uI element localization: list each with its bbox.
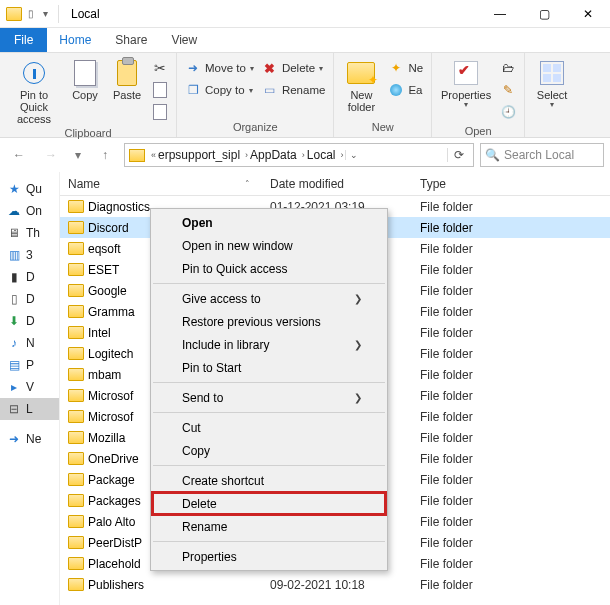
menu-item[interactable]: Give access to❯	[152, 287, 386, 310]
file-type: File folder	[420, 536, 610, 550]
new-item-icon	[388, 60, 404, 76]
pin-to-quick-access-button[interactable]: Pin to Quick access	[6, 55, 62, 125]
chevron-right-icon[interactable]: ›	[243, 150, 250, 160]
sidebar-item[interactable]: ♪N	[0, 332, 59, 354]
qat-dropdown-icon[interactable]: ▾	[40, 9, 50, 19]
file-type: File folder	[420, 578, 610, 592]
folder-icon	[68, 578, 84, 591]
folder-icon	[68, 200, 84, 213]
edit-button[interactable]	[498, 79, 518, 101]
select-button[interactable]: Select ▾	[531, 55, 573, 110]
menu-item[interactable]: Pin to Quick access	[152, 257, 386, 280]
menu-item[interactable]: Open in new window	[152, 234, 386, 257]
sidebar-item[interactable]: ▥3	[0, 244, 59, 266]
delete-button[interactable]: Delete▾	[260, 57, 327, 79]
menu-item[interactable]: Delete	[152, 492, 386, 515]
sidebar-item-label: Qu	[26, 182, 42, 196]
menu-item[interactable]: Open	[152, 211, 386, 234]
maximize-button[interactable]: ▢	[522, 0, 566, 28]
table-row[interactable]: Publishers09-02-2021 10:18File folder	[60, 574, 610, 595]
file-name: Logitech	[88, 347, 133, 361]
nav-up-button[interactable]: ↑	[92, 142, 118, 168]
menu-item[interactable]: Copy	[152, 439, 386, 462]
file-type: File folder	[420, 200, 610, 214]
refresh-button[interactable]: ⟳	[447, 148, 469, 162]
column-header-date[interactable]: Date modified	[270, 177, 420, 191]
copy-to-button[interactable]: Copy to▾	[183, 79, 256, 101]
copy-path-button[interactable]	[150, 79, 170, 101]
new-folder-button[interactable]: New folder	[340, 55, 382, 113]
file-name: Microsof	[88, 410, 133, 424]
sidebar-item[interactable]: ▤P	[0, 354, 59, 376]
menu-item-label: Open	[182, 216, 213, 230]
qat-doc-icon[interactable]: ▯	[26, 9, 36, 19]
rename-button[interactable]: Rename	[260, 79, 327, 101]
sidebar-item[interactable]: ▯D	[0, 288, 59, 310]
sidebar-item-label: L	[26, 402, 33, 416]
search-input[interactable]: 🔍 Search Local	[480, 143, 604, 167]
menu-item-label: Rename	[182, 520, 227, 534]
nav-forward-button[interactable]: →	[38, 142, 64, 168]
tab-file[interactable]: File	[0, 28, 47, 52]
navigation-pane[interactable]: ★Qu☁On🖥Th▥3▮D▯D⬇D♪N▤P▸V⊟L➜Ne	[0, 172, 60, 605]
file-type: File folder	[420, 431, 610, 445]
new-item-button[interactable]: Ne	[386, 57, 425, 79]
menu-item[interactable]: Restore previous versions	[152, 310, 386, 333]
minimize-button[interactable]: —	[478, 0, 522, 28]
folder-icon	[68, 410, 84, 423]
folder-icon	[68, 284, 84, 297]
history-button[interactable]	[498, 101, 518, 123]
close-button[interactable]: ✕	[566, 0, 610, 28]
menu-item[interactable]: Send to❯	[152, 386, 386, 409]
move-to-button[interactable]: Move to▾	[183, 57, 256, 79]
address-dropdown[interactable]: ⌄	[345, 150, 362, 160]
address-root-chevron[interactable]: «	[149, 150, 158, 160]
column-header-name[interactable]: Name˄	[60, 177, 270, 191]
address-bar[interactable]: « erpsupport_sipl› AppData› Local› ⌄ ⟳	[124, 143, 474, 167]
chevron-right-icon[interactable]: ›	[300, 150, 307, 160]
sidebar-item[interactable]: ▸V	[0, 376, 59, 398]
menu-separator	[153, 541, 385, 542]
sidebar-item[interactable]: ⬇D	[0, 310, 59, 332]
menu-item[interactable]: Include in library❯	[152, 333, 386, 356]
chevron-right-icon[interactable]: ›	[338, 150, 345, 160]
easy-access-button[interactable]: Ea	[386, 79, 425, 101]
sidebar-item[interactable]: ➜Ne	[0, 428, 59, 450]
tab-home[interactable]: Home	[47, 28, 103, 52]
properties-button[interactable]: Properties ▾	[438, 55, 494, 110]
copy-button[interactable]: Copy	[66, 55, 104, 101]
sidebar-item[interactable]: 🖥Th	[0, 222, 59, 244]
nav-history-dropdown[interactable]: ▾	[70, 142, 86, 168]
folder-icon	[68, 389, 84, 402]
sidebar-item-icon: ⬇	[6, 314, 22, 328]
sidebar-item[interactable]: ▮D	[0, 266, 59, 288]
paste-button[interactable]: Paste	[108, 55, 146, 101]
menu-item[interactable]: Cut	[152, 416, 386, 439]
tab-share[interactable]: Share	[103, 28, 159, 52]
nav-back-button[interactable]: ←	[6, 142, 32, 168]
delete-icon	[262, 60, 278, 76]
tab-view[interactable]: View	[159, 28, 209, 52]
column-headers[interactable]: Name˄ Date modified Type	[60, 172, 610, 196]
folder-icon	[68, 557, 84, 570]
column-header-type[interactable]: Type	[420, 177, 610, 191]
folder-icon	[68, 494, 84, 507]
cut-button[interactable]	[150, 57, 170, 79]
sidebar-item[interactable]: ★Qu	[0, 178, 59, 200]
file-name: Discord	[88, 221, 129, 235]
menu-item[interactable]: Rename	[152, 515, 386, 538]
paste-shortcut-button[interactable]	[150, 101, 170, 123]
menu-item[interactable]: Pin to Start	[152, 356, 386, 379]
menu-item[interactable]: Properties	[152, 545, 386, 568]
sidebar-item[interactable]: ☁On	[0, 200, 59, 222]
context-menu: OpenOpen in new windowPin to Quick acces…	[150, 208, 388, 571]
file-name: Diagnostics	[88, 200, 150, 214]
sidebar-item-label: Th	[26, 226, 40, 240]
group-label-organize: Organize	[183, 119, 327, 137]
group-label-clipboard: Clipboard	[6, 125, 170, 143]
sidebar-item[interactable]: ⊟L	[0, 398, 59, 420]
open-button[interactable]	[498, 57, 518, 79]
title-bar: ▯ ▾ Local — ▢ ✕	[0, 0, 610, 28]
menu-item-label: Restore previous versions	[182, 315, 321, 329]
menu-item[interactable]: Create shortcut	[152, 469, 386, 492]
